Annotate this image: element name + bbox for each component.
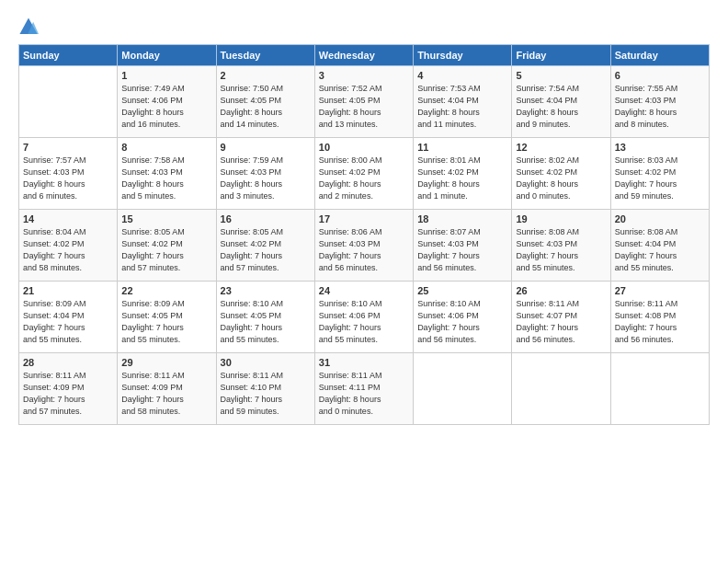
day-cell: 8Sunrise: 7:58 AM Sunset: 4:03 PM Daylig… — [118, 138, 216, 210]
day-info: Sunrise: 8:10 AM Sunset: 4:06 PM Dayligh… — [319, 298, 409, 346]
day-info: Sunrise: 7:54 AM Sunset: 4:04 PM Dayligh… — [516, 83, 606, 131]
day-cell: 2Sunrise: 7:50 AM Sunset: 4:05 PM Daylig… — [216, 66, 314, 138]
day-number: 17 — [319, 213, 409, 224]
week-row-5: 28Sunrise: 8:11 AM Sunset: 4:09 PM Dayli… — [19, 353, 710, 425]
day-number: 28 — [23, 357, 113, 368]
day-info: Sunrise: 7:49 AM Sunset: 4:06 PM Dayligh… — [121, 83, 211, 131]
week-row-1: 1Sunrise: 7:49 AM Sunset: 4:06 PM Daylig… — [19, 66, 710, 138]
header-cell-wednesday: Wednesday — [314, 45, 413, 66]
page: SundayMondayTuesdayWednesdayThursdayFrid… — [0, 0, 728, 563]
day-number: 12 — [516, 142, 606, 153]
header-cell-saturday: Saturday — [610, 45, 709, 66]
header-cell-thursday: Thursday — [414, 45, 512, 66]
day-info: Sunrise: 8:06 AM Sunset: 4:03 PM Dayligh… — [319, 226, 409, 274]
day-cell — [512, 353, 610, 425]
header-cell-monday: Monday — [118, 45, 216, 66]
day-cell — [610, 353, 709, 425]
day-number: 6 — [615, 70, 705, 81]
day-info: Sunrise: 8:11 AM Sunset: 4:09 PM Dayligh… — [23, 370, 113, 418]
logo-icon — [18, 17, 39, 37]
day-number: 31 — [319, 357, 409, 368]
day-info: Sunrise: 8:10 AM Sunset: 4:06 PM Dayligh… — [417, 298, 507, 346]
day-number: 9 — [221, 142, 311, 153]
day-info: Sunrise: 7:59 AM Sunset: 4:03 PM Dayligh… — [221, 155, 311, 202]
day-cell: 31Sunrise: 8:11 AM Sunset: 4:11 PM Dayli… — [314, 353, 413, 425]
day-number: 23 — [221, 285, 311, 296]
day-info: Sunrise: 8:02 AM Sunset: 4:02 PM Dayligh… — [516, 155, 606, 202]
day-number: 10 — [319, 142, 409, 153]
day-number: 16 — [221, 213, 311, 224]
day-cell: 20Sunrise: 8:08 AM Sunset: 4:04 PM Dayli… — [610, 210, 709, 282]
day-info: Sunrise: 7:55 AM Sunset: 4:03 PM Dayligh… — [615, 83, 705, 131]
day-number: 2 — [221, 70, 311, 81]
day-cell: 15Sunrise: 8:05 AM Sunset: 4:02 PM Dayli… — [118, 210, 216, 282]
day-number: 19 — [516, 213, 606, 224]
day-number: 5 — [516, 70, 606, 81]
day-cell: 12Sunrise: 8:02 AM Sunset: 4:02 PM Dayli… — [512, 138, 610, 210]
day-cell: 14Sunrise: 8:04 AM Sunset: 4:02 PM Dayli… — [19, 210, 118, 282]
day-info: Sunrise: 8:04 AM Sunset: 4:02 PM Dayligh… — [23, 226, 113, 274]
day-number: 7 — [23, 142, 113, 153]
day-info: Sunrise: 8:08 AM Sunset: 4:04 PM Dayligh… — [615, 226, 705, 274]
day-number: 18 — [417, 213, 507, 224]
day-cell: 9Sunrise: 7:59 AM Sunset: 4:03 PM Daylig… — [216, 138, 314, 210]
day-number: 3 — [319, 70, 409, 81]
header-cell-tuesday: Tuesday — [216, 45, 314, 66]
day-cell: 4Sunrise: 7:53 AM Sunset: 4:04 PM Daylig… — [414, 66, 512, 138]
day-number: 8 — [121, 142, 211, 153]
day-info: Sunrise: 8:11 AM Sunset: 4:11 PM Dayligh… — [319, 370, 409, 418]
day-cell: 17Sunrise: 8:06 AM Sunset: 4:03 PM Dayli… — [314, 210, 413, 282]
day-cell: 25Sunrise: 8:10 AM Sunset: 4:06 PM Dayli… — [414, 282, 512, 353]
day-number: 1 — [121, 70, 211, 81]
day-info: Sunrise: 8:11 AM Sunset: 4:10 PM Dayligh… — [221, 370, 311, 418]
week-row-3: 14Sunrise: 8:04 AM Sunset: 4:02 PM Dayli… — [19, 210, 710, 282]
day-cell: 24Sunrise: 8:10 AM Sunset: 4:06 PM Dayli… — [314, 282, 413, 353]
day-info: Sunrise: 8:03 AM Sunset: 4:02 PM Dayligh… — [615, 155, 705, 202]
day-info: Sunrise: 8:11 AM Sunset: 4:08 PM Dayligh… — [615, 298, 705, 346]
day-cell: 11Sunrise: 8:01 AM Sunset: 4:02 PM Dayli… — [414, 138, 512, 210]
week-row-2: 7Sunrise: 7:57 AM Sunset: 4:03 PM Daylig… — [19, 138, 710, 210]
day-number: 26 — [516, 285, 606, 296]
day-cell: 29Sunrise: 8:11 AM Sunset: 4:09 PM Dayli… — [118, 353, 216, 425]
week-row-4: 21Sunrise: 8:09 AM Sunset: 4:04 PM Dayli… — [19, 282, 710, 353]
day-cell: 6Sunrise: 7:55 AM Sunset: 4:03 PM Daylig… — [610, 66, 709, 138]
day-number: 25 — [417, 285, 507, 296]
day-number: 30 — [221, 357, 311, 368]
day-cell: 3Sunrise: 7:52 AM Sunset: 4:05 PM Daylig… — [314, 66, 413, 138]
day-cell: 22Sunrise: 8:09 AM Sunset: 4:05 PM Dayli… — [118, 282, 216, 353]
day-info: Sunrise: 7:50 AM Sunset: 4:05 PM Dayligh… — [221, 83, 311, 131]
header-row: SundayMondayTuesdayWednesdayThursdayFrid… — [19, 45, 710, 66]
day-info: Sunrise: 8:10 AM Sunset: 4:05 PM Dayligh… — [221, 298, 311, 346]
day-number: 20 — [615, 213, 705, 224]
day-info: Sunrise: 8:05 AM Sunset: 4:02 PM Dayligh… — [221, 226, 311, 274]
day-info: Sunrise: 8:07 AM Sunset: 4:03 PM Dayligh… — [417, 226, 507, 274]
day-info: Sunrise: 8:11 AM Sunset: 4:07 PM Dayligh… — [516, 298, 606, 346]
day-cell: 19Sunrise: 8:08 AM Sunset: 4:03 PM Dayli… — [512, 210, 610, 282]
header-cell-friday: Friday — [512, 45, 610, 66]
day-number: 24 — [319, 285, 409, 296]
day-cell: 26Sunrise: 8:11 AM Sunset: 4:07 PM Dayli… — [512, 282, 610, 353]
day-number: 15 — [121, 213, 211, 224]
day-number: 14 — [23, 213, 113, 224]
day-info: Sunrise: 8:11 AM Sunset: 4:09 PM Dayligh… — [121, 370, 211, 418]
calendar-table: SundayMondayTuesdayWednesdayThursdayFrid… — [18, 44, 710, 425]
day-info: Sunrise: 7:52 AM Sunset: 4:05 PM Dayligh… — [319, 83, 409, 131]
header-cell-sunday: Sunday — [19, 45, 118, 66]
day-number: 4 — [417, 70, 507, 81]
day-cell: 16Sunrise: 8:05 AM Sunset: 4:02 PM Dayli… — [216, 210, 314, 282]
day-cell: 10Sunrise: 8:00 AM Sunset: 4:02 PM Dayli… — [314, 138, 413, 210]
day-cell: 27Sunrise: 8:11 AM Sunset: 4:08 PM Dayli… — [610, 282, 709, 353]
day-info: Sunrise: 8:05 AM Sunset: 4:02 PM Dayligh… — [121, 226, 211, 274]
day-info: Sunrise: 8:09 AM Sunset: 4:04 PM Dayligh… — [23, 298, 113, 346]
day-number: 21 — [23, 285, 113, 296]
day-cell: 30Sunrise: 8:11 AM Sunset: 4:10 PM Dayli… — [216, 353, 314, 425]
day-cell: 21Sunrise: 8:09 AM Sunset: 4:04 PM Dayli… — [19, 282, 118, 353]
day-info: Sunrise: 8:09 AM Sunset: 4:05 PM Dayligh… — [121, 298, 211, 346]
day-cell: 18Sunrise: 8:07 AM Sunset: 4:03 PM Dayli… — [414, 210, 512, 282]
day-cell — [19, 66, 118, 138]
day-number: 22 — [121, 285, 211, 296]
day-number: 27 — [615, 285, 705, 296]
header — [18, 17, 710, 37]
day-info: Sunrise: 7:58 AM Sunset: 4:03 PM Dayligh… — [121, 155, 211, 202]
day-cell: 7Sunrise: 7:57 AM Sunset: 4:03 PM Daylig… — [19, 138, 118, 210]
